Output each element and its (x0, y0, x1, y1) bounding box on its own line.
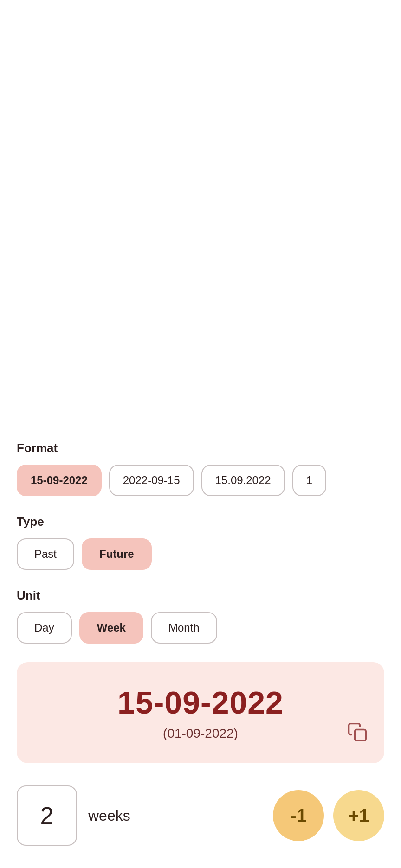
type-btn-past[interactable]: Past (17, 538, 74, 570)
page-container: Format 15-09-2022 2022-09-15 15.09.2022 … (0, 0, 401, 868)
result-sub-date: (01-09-2022) (163, 726, 238, 741)
counter-unit-label: weeks (88, 807, 262, 824)
content-area: Format 15-09-2022 2022-09-15 15.09.2022 … (0, 426, 401, 662)
unit-btn-month[interactable]: Month (151, 612, 217, 644)
unit-btn-day[interactable]: Day (17, 612, 72, 644)
counter-box: 2 (17, 785, 77, 846)
result-card: 15-09-2022 (01-09-2022) (17, 662, 384, 763)
format-label: Format (17, 441, 384, 455)
counter-buttons: -1 +1 (273, 790, 384, 841)
counter-plus-button[interactable]: +1 (333, 790, 384, 841)
format-btn-dot[interactable]: 15.09.2022 (201, 465, 285, 496)
type-options: Past Future (17, 538, 384, 570)
unit-label: Unit (17, 588, 384, 603)
unit-section: Unit Day Week Month (17, 588, 384, 644)
counter-minus-button[interactable]: -1 (273, 790, 324, 841)
format-section: Format 15-09-2022 2022-09-15 15.09.2022 … (17, 441, 384, 496)
top-spacer (0, 0, 401, 426)
type-label: Type (17, 515, 384, 529)
svg-rect-0 (355, 730, 366, 741)
unit-btn-week[interactable]: Week (79, 612, 143, 644)
format-btn-other[interactable]: 1 (292, 465, 326, 496)
type-btn-future[interactable]: Future (82, 538, 152, 570)
counter-row: 2 weeks -1 +1 (0, 785, 401, 846)
type-section: Type Past Future (17, 515, 384, 570)
result-main-date: 15-09-2022 (117, 684, 284, 721)
format-options: 15-09-2022 2022-09-15 15.09.2022 1 (17, 465, 384, 496)
format-btn-dmy[interactable]: 15-09-2022 (17, 465, 102, 496)
copy-icon[interactable] (347, 722, 368, 747)
counter-value: 2 (40, 802, 54, 830)
format-btn-ymd[interactable]: 2022-09-15 (109, 465, 194, 496)
unit-options: Day Week Month (17, 612, 384, 644)
